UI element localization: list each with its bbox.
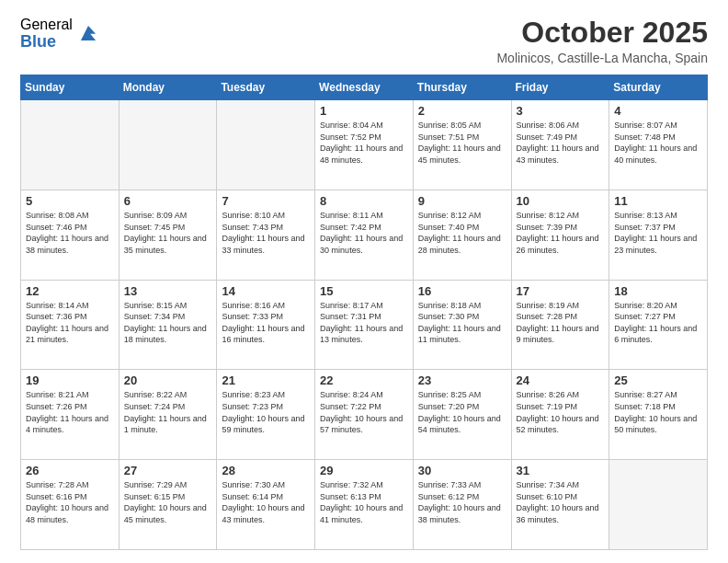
day-info: Sunrise: 8:18 AMSunset: 7:30 PMDaylight:… xyxy=(418,300,506,346)
day-number: 17 xyxy=(517,284,605,298)
logo: General Blue xyxy=(20,17,98,51)
day-info: Sunrise: 8:09 AMSunset: 7:45 PMDaylight:… xyxy=(124,210,212,256)
day-number: 13 xyxy=(124,284,212,298)
calendar-cell: 5Sunrise: 8:08 AMSunset: 7:46 PMDaylight… xyxy=(21,190,119,280)
svg-marker-0 xyxy=(81,26,96,40)
day-number: 28 xyxy=(222,464,310,477)
day-info: Sunrise: 7:28 AMSunset: 6:16 PMDaylight:… xyxy=(26,479,114,525)
calendar-cell xyxy=(119,100,217,190)
day-number: 18 xyxy=(614,284,702,298)
weekday-header-tuesday: Tuesday xyxy=(217,75,315,100)
day-number: 6 xyxy=(124,194,212,208)
day-info: Sunrise: 7:34 AMSunset: 6:10 PMDaylight:… xyxy=(517,479,605,525)
page: General Blue October 2025 Molinicos, Cas… xyxy=(0,0,728,563)
day-info: Sunrise: 8:26 AMSunset: 7:19 PMDaylight:… xyxy=(517,389,605,435)
calendar-cell: 4Sunrise: 8:07 AMSunset: 7:48 PMDaylight… xyxy=(609,100,708,190)
day-info: Sunrise: 8:07 AMSunset: 7:48 PMDaylight:… xyxy=(614,120,702,166)
calendar-week-3: 12Sunrise: 8:14 AMSunset: 7:36 PMDayligh… xyxy=(21,280,708,370)
day-info: Sunrise: 7:33 AMSunset: 6:12 PMDaylight:… xyxy=(418,479,506,525)
calendar-cell: 22Sunrise: 8:24 AMSunset: 7:22 PMDayligh… xyxy=(315,370,414,460)
day-info: Sunrise: 8:15 AMSunset: 7:34 PMDaylight:… xyxy=(124,300,212,346)
day-number: 31 xyxy=(517,464,605,477)
calendar-cell: 14Sunrise: 8:16 AMSunset: 7:33 PMDayligh… xyxy=(217,280,315,370)
logo-blue: Blue xyxy=(20,33,73,52)
day-number: 14 xyxy=(222,284,310,298)
calendar-cell: 30Sunrise: 7:33 AMSunset: 6:12 PMDayligh… xyxy=(413,460,511,550)
calendar-cell: 9Sunrise: 8:12 AMSunset: 7:40 PMDaylight… xyxy=(413,190,511,280)
calendar-cell: 19Sunrise: 8:21 AMSunset: 7:26 PMDayligh… xyxy=(21,370,119,460)
day-number: 30 xyxy=(418,464,506,477)
weekday-header-wednesday: Wednesday xyxy=(315,75,414,100)
logo-icon xyxy=(78,23,98,43)
day-info: Sunrise: 8:14 AMSunset: 7:36 PMDaylight:… xyxy=(26,300,114,346)
day-number: 11 xyxy=(614,194,702,208)
calendar-cell: 31Sunrise: 7:34 AMSunset: 6:10 PMDayligh… xyxy=(511,460,609,550)
calendar-cell: 1Sunrise: 8:04 AMSunset: 7:52 PMDaylight… xyxy=(315,100,414,190)
day-number: 10 xyxy=(517,194,605,208)
calendar-cell: 15Sunrise: 8:17 AMSunset: 7:31 PMDayligh… xyxy=(315,280,414,370)
day-info: Sunrise: 8:23 AMSunset: 7:23 PMDaylight:… xyxy=(222,389,310,435)
day-info: Sunrise: 8:19 AMSunset: 7:28 PMDaylight:… xyxy=(517,300,605,346)
day-number: 25 xyxy=(614,373,702,387)
calendar-cell xyxy=(21,100,119,190)
day-info: Sunrise: 8:27 AMSunset: 7:18 PMDaylight:… xyxy=(614,389,702,435)
calendar-table: SundayMondayTuesdayWednesdayThursdayFrid… xyxy=(20,75,708,550)
day-number: 24 xyxy=(517,373,605,387)
day-number: 15 xyxy=(320,284,408,298)
day-number: 12 xyxy=(26,284,114,298)
day-number: 26 xyxy=(26,464,114,477)
month-title: October 2025 xyxy=(496,17,708,49)
day-number: 5 xyxy=(26,194,114,208)
weekday-header-saturday: Saturday xyxy=(609,75,708,100)
day-number: 9 xyxy=(418,194,506,208)
calendar-cell: 27Sunrise: 7:29 AMSunset: 6:15 PMDayligh… xyxy=(119,460,217,550)
day-info: Sunrise: 8:20 AMSunset: 7:27 PMDaylight:… xyxy=(614,300,702,346)
day-info: Sunrise: 8:10 AMSunset: 7:43 PMDaylight:… xyxy=(222,210,310,256)
day-info: Sunrise: 8:21 AMSunset: 7:26 PMDaylight:… xyxy=(26,389,114,435)
day-info: Sunrise: 8:25 AMSunset: 7:20 PMDaylight:… xyxy=(418,389,506,435)
calendar-cell xyxy=(609,460,708,550)
day-info: Sunrise: 8:12 AMSunset: 7:40 PMDaylight:… xyxy=(418,210,506,256)
day-info: Sunrise: 8:05 AMSunset: 7:51 PMDaylight:… xyxy=(418,120,506,166)
day-info: Sunrise: 8:04 AMSunset: 7:52 PMDaylight:… xyxy=(320,120,408,166)
calendar-week-4: 19Sunrise: 8:21 AMSunset: 7:26 PMDayligh… xyxy=(21,370,708,460)
calendar-cell: 10Sunrise: 8:12 AMSunset: 7:39 PMDayligh… xyxy=(511,190,609,280)
calendar-cell: 29Sunrise: 7:32 AMSunset: 6:13 PMDayligh… xyxy=(315,460,414,550)
calendar-cell: 16Sunrise: 8:18 AMSunset: 7:30 PMDayligh… xyxy=(413,280,511,370)
weekday-header-sunday: Sunday xyxy=(21,75,119,100)
day-info: Sunrise: 8:22 AMSunset: 7:24 PMDaylight:… xyxy=(124,389,212,435)
day-number: 29 xyxy=(320,464,408,477)
calendar-cell: 26Sunrise: 7:28 AMSunset: 6:16 PMDayligh… xyxy=(21,460,119,550)
day-number: 19 xyxy=(26,373,114,387)
calendar-cell: 11Sunrise: 8:13 AMSunset: 7:37 PMDayligh… xyxy=(609,190,708,280)
day-number: 7 xyxy=(222,194,310,208)
day-info: Sunrise: 8:13 AMSunset: 7:37 PMDaylight:… xyxy=(614,210,702,256)
day-number: 4 xyxy=(614,104,702,118)
logo-text: General Blue xyxy=(20,17,73,51)
logo-general: General xyxy=(20,17,73,33)
day-info: Sunrise: 8:24 AMSunset: 7:22 PMDaylight:… xyxy=(320,389,408,435)
day-number: 21 xyxy=(222,373,310,387)
day-info: Sunrise: 8:17 AMSunset: 7:31 PMDaylight:… xyxy=(320,300,408,346)
calendar-cell: 17Sunrise: 8:19 AMSunset: 7:28 PMDayligh… xyxy=(511,280,609,370)
day-number: 27 xyxy=(124,464,212,477)
day-info: Sunrise: 8:06 AMSunset: 7:49 PMDaylight:… xyxy=(517,120,605,166)
calendar-cell: 13Sunrise: 8:15 AMSunset: 7:34 PMDayligh… xyxy=(119,280,217,370)
calendar-week-5: 26Sunrise: 7:28 AMSunset: 6:16 PMDayligh… xyxy=(21,460,708,550)
day-info: Sunrise: 7:29 AMSunset: 6:15 PMDaylight:… xyxy=(124,479,212,525)
calendar-cell: 18Sunrise: 8:20 AMSunset: 7:27 PMDayligh… xyxy=(609,280,708,370)
title-block: October 2025 Molinicos, Castille-La Manc… xyxy=(496,17,708,65)
calendar-cell: 6Sunrise: 8:09 AMSunset: 7:45 PMDaylight… xyxy=(119,190,217,280)
weekday-header-monday: Monday xyxy=(119,75,217,100)
calendar-week-2: 5Sunrise: 8:08 AMSunset: 7:46 PMDaylight… xyxy=(21,190,708,280)
calendar-cell: 23Sunrise: 8:25 AMSunset: 7:20 PMDayligh… xyxy=(413,370,511,460)
calendar-week-1: 1Sunrise: 8:04 AMSunset: 7:52 PMDaylight… xyxy=(21,100,708,190)
day-number: 2 xyxy=(418,104,506,118)
location: Molinicos, Castille-La Mancha, Spain xyxy=(496,51,708,65)
weekday-header-thursday: Thursday xyxy=(413,75,511,100)
day-info: Sunrise: 8:16 AMSunset: 7:33 PMDaylight:… xyxy=(222,300,310,346)
day-info: Sunrise: 8:08 AMSunset: 7:46 PMDaylight:… xyxy=(26,210,114,256)
day-number: 20 xyxy=(124,373,212,387)
weekday-header-friday: Friday xyxy=(511,75,609,100)
day-info: Sunrise: 7:30 AMSunset: 6:14 PMDaylight:… xyxy=(222,479,310,525)
